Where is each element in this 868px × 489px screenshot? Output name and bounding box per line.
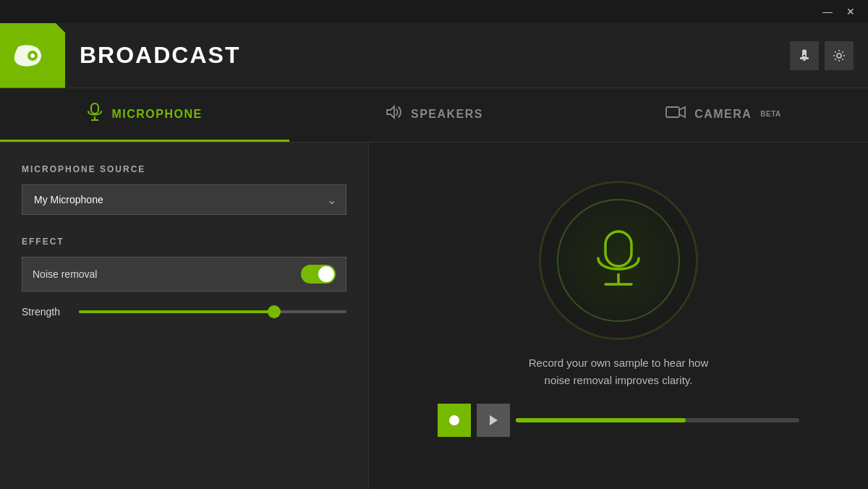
svg-point-15 <box>449 415 459 425</box>
strength-slider-track[interactable] <box>79 310 346 313</box>
strength-slider-fill <box>79 310 274 313</box>
playback-progress-track[interactable] <box>516 418 799 422</box>
tab-navigation: MICROPHONE SPEAKERS CAMERA BETA <box>0 88 868 143</box>
description-line1: Record your own sample to hear how <box>529 357 708 369</box>
svg-marker-16 <box>490 415 498 425</box>
strength-row: Strength <box>22 306 346 318</box>
svg-rect-6 <box>804 55 805 56</box>
close-button[interactable]: ✕ <box>839 0 862 23</box>
source-dropdown[interactable]: My Microphone <box>22 184 346 215</box>
effect-row: Noise removal <box>22 257 346 292</box>
description-line2: noise removal improves clarity. <box>545 374 693 386</box>
effect-toggle[interactable] <box>301 265 336 284</box>
effect-name-label: Noise removal <box>33 268 97 280</box>
description-text: Record your own sample to hear how noise… <box>529 354 708 389</box>
source-section-label: MICROPHONE SOURCE <box>22 164 346 174</box>
app-title: BROADCAST <box>80 42 240 69</box>
speakers-tab-icon <box>385 104 402 124</box>
header-actions <box>790 41 854 70</box>
titlebar: — ✕ <box>0 0 868 23</box>
tab-microphone-label: MICROPHONE <box>111 108 202 121</box>
effect-section-label: EFFECT <box>22 237 346 247</box>
tab-speakers-label: SPEAKERS <box>411 108 483 121</box>
camera-tab-icon <box>665 105 686 124</box>
microphone-tab-icon <box>87 103 103 126</box>
record-button[interactable] <box>438 404 471 437</box>
strength-label: Strength <box>22 306 69 318</box>
svg-rect-5 <box>804 49 805 51</box>
tab-camera-label: CAMERA <box>694 108 752 121</box>
svg-rect-4 <box>803 59 806 61</box>
beta-badge: BETA <box>760 110 780 118</box>
mic-icon-container <box>590 228 647 293</box>
tab-camera[interactable]: CAMERA BETA <box>579 88 868 142</box>
right-panel: Record your own sample to hear how noise… <box>369 143 868 489</box>
source-dropdown-wrapper: My Microphone ⌄ <box>22 184 346 215</box>
playback-progress-fill <box>516 418 686 422</box>
svg-point-1 <box>30 54 35 58</box>
settings-button[interactable] <box>825 41 854 70</box>
svg-rect-12 <box>605 231 631 266</box>
svg-rect-3 <box>800 57 809 59</box>
playback-controls <box>438 404 799 437</box>
mic-visual <box>539 181 698 340</box>
tab-speakers[interactable]: SPEAKERS <box>289 88 579 142</box>
left-panel: MICROPHONE SOURCE My Microphone ⌄ EFFECT… <box>0 143 369 489</box>
svg-point-7 <box>837 54 841 58</box>
minimize-button[interactable]: — <box>816 0 839 23</box>
strength-slider-thumb[interactable] <box>268 305 281 318</box>
svg-rect-8 <box>91 103 98 114</box>
nvidia-logo <box>0 23 65 88</box>
tab-microphone[interactable]: MICROPHONE <box>0 88 289 142</box>
main-content: MICROPHONE SOURCE My Microphone ⌄ EFFECT… <box>0 143 868 489</box>
header: BROADCAST <box>0 23 868 88</box>
notification-button[interactable] <box>790 41 819 70</box>
svg-rect-11 <box>666 107 679 117</box>
play-button[interactable] <box>477 404 510 437</box>
toggle-knob <box>318 266 334 282</box>
